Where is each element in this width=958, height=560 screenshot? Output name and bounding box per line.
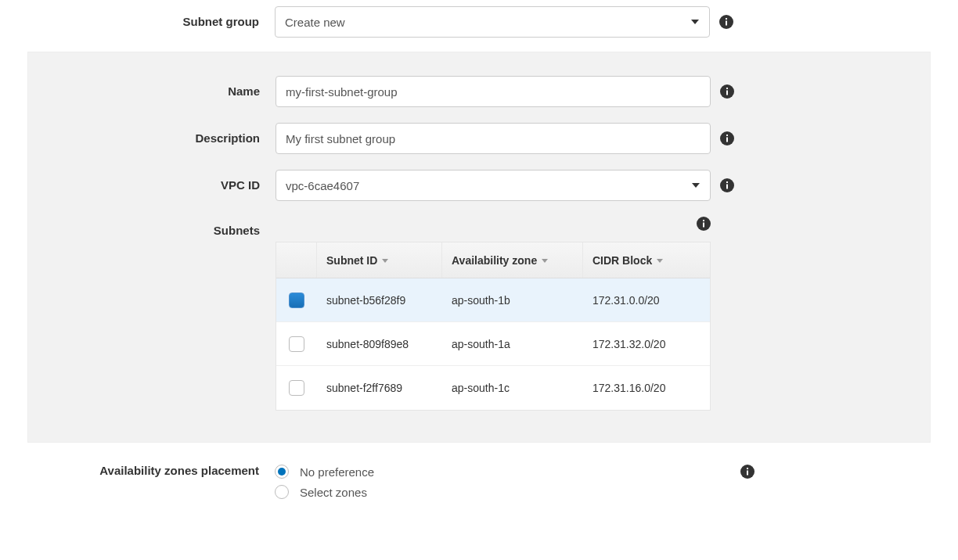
- info-icon[interactable]: [740, 465, 755, 479]
- radio-label: Select zones: [300, 486, 367, 499]
- sort-caret-icon: [382, 257, 388, 264]
- svg-rect-7: [726, 138, 728, 142]
- cell-availability-zone: ap-south-1a: [442, 322, 583, 365]
- info-icon[interactable]: [697, 217, 711, 231]
- sort-caret-icon: [542, 257, 548, 264]
- subnet-group-label: Subnet group: [27, 8, 275, 36]
- info-icon[interactable]: [720, 84, 734, 99]
- cell-availability-zone: ap-south-1c: [442, 366, 583, 410]
- name-input[interactable]: [276, 76, 711, 107]
- svg-rect-4: [726, 91, 728, 95]
- row-checkbox[interactable]: [289, 380, 304, 396]
- chevron-down-icon: [690, 17, 700, 27]
- row-checkbox[interactable]: [289, 293, 304, 308]
- vpc-id-label: VPC ID: [28, 171, 276, 199]
- info-icon[interactable]: [720, 178, 734, 192]
- subnet-group-panel: Name Description VPC ID vpc-6cae4607: [27, 52, 931, 443]
- svg-rect-14: [703, 220, 704, 221]
- az-placement-label: Availability zones placement: [27, 463, 275, 479]
- svg-rect-10: [726, 185, 728, 189]
- row-checkbox[interactable]: [289, 336, 304, 352]
- table-row[interactable]: subnet-f2ff7689ap-south-1c172.31.16.0/20: [276, 366, 710, 410]
- subnets-table-header: Subnet ID Availability zone: [276, 242, 710, 278]
- description-input[interactable]: [276, 123, 711, 154]
- info-icon[interactable]: [719, 15, 733, 29]
- name-label: Name: [28, 77, 276, 106]
- cell-cidr-block: 172.31.0.0/20: [583, 278, 710, 321]
- svg-rect-13: [703, 223, 704, 228]
- svg-rect-11: [726, 181, 728, 183]
- vpc-id-select-value: vpc-6cae4607: [286, 179, 359, 192]
- chevron-down-icon: [691, 181, 700, 190]
- table-row[interactable]: subnet-b56f28f9ap-south-1b172.31.0.0/20: [276, 278, 710, 322]
- subnets-table: Subnet ID Availability zone: [276, 242, 711, 411]
- info-icon[interactable]: [720, 131, 734, 145]
- cell-subnet-id: subnet-f2ff7689: [317, 366, 442, 410]
- az-placement-option[interactable]: Select zones: [275, 485, 374, 499]
- subnets-label: Subnets: [28, 217, 276, 245]
- az-placement-option[interactable]: No preference: [275, 465, 374, 479]
- svg-rect-2: [726, 18, 727, 20]
- svg-rect-17: [747, 468, 748, 469]
- cell-subnet-id: subnet-b56f28f9: [317, 278, 442, 321]
- subnet-group-select[interactable]: Create new: [275, 6, 710, 38]
- svg-rect-1: [726, 21, 727, 26]
- column-availability-zone[interactable]: Availability zone: [442, 242, 583, 278]
- radio-label: No preference: [300, 465, 374, 479]
- table-row[interactable]: subnet-809f89e8ap-south-1a172.31.32.0/20: [276, 322, 710, 366]
- cell-availability-zone: ap-south-1b: [442, 278, 583, 321]
- svg-rect-5: [726, 88, 728, 89]
- sort-caret-icon: [657, 257, 663, 264]
- column-subnet-id[interactable]: Subnet ID: [317, 242, 442, 278]
- vpc-id-select[interactable]: vpc-6cae4607: [276, 170, 711, 201]
- subnet-group-select-value: Create new: [285, 16, 345, 29]
- cell-cidr-block: 172.31.32.0/20: [583, 322, 710, 365]
- svg-rect-8: [726, 135, 728, 136]
- cell-subnet-id: subnet-809f89e8: [317, 322, 442, 365]
- cell-cidr-block: 172.31.16.0/20: [583, 366, 710, 410]
- radio-button[interactable]: [275, 485, 289, 499]
- svg-rect-16: [747, 471, 748, 476]
- description-label: Description: [28, 124, 276, 153]
- radio-button[interactable]: [275, 465, 289, 479]
- column-cidr-block[interactable]: CIDR Block: [583, 242, 710, 278]
